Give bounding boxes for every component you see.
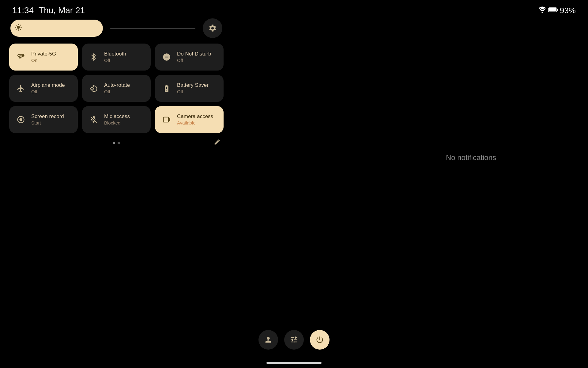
tile-bluetooth[interactable]: Bluetooth Off bbox=[82, 44, 151, 71]
brightness-icon bbox=[15, 24, 22, 33]
tile-bluetooth-status: Off bbox=[104, 57, 126, 63]
tile-dnd-text: Do Not Disturb Off bbox=[177, 51, 211, 63]
tile-auto-rotate-text: Auto-rotate Off bbox=[104, 82, 130, 95]
status-bar-right: 93% bbox=[538, 6, 576, 15]
tile-camera-access-label: Camera access bbox=[177, 113, 213, 120]
tile-private-5g-label: Private-5G bbox=[31, 51, 56, 57]
tile-airplane-label: Airplane mode bbox=[31, 82, 65, 89]
tile-battery-saver-status: Off bbox=[177, 89, 209, 95]
tile-screen-record-status: Start bbox=[31, 120, 64, 126]
tile-screen-record[interactable]: Screen record Start bbox=[9, 106, 78, 133]
page-dot-2 bbox=[118, 142, 120, 144]
status-bar-left: 11:34 Thu, Mar 21 bbox=[12, 6, 85, 15]
qs-tiles-grid: Private-5G On Bluetooth Off bbox=[9, 44, 224, 133]
status-date: Thu, Mar 21 bbox=[39, 6, 85, 15]
tile-camera-access-status: Available bbox=[177, 120, 213, 126]
tile-mic-access-status: Blocked bbox=[104, 120, 130, 126]
mic-off-icon bbox=[88, 114, 99, 125]
tile-airplane-text: Airplane mode Off bbox=[31, 82, 65, 95]
wifi-private-icon bbox=[15, 52, 26, 63]
status-time: 11:34 bbox=[12, 6, 34, 15]
camera-icon bbox=[161, 114, 172, 125]
bottom-nav bbox=[258, 330, 330, 350]
tile-mic-access-text: Mic access Blocked bbox=[104, 113, 130, 126]
dnd-icon bbox=[161, 52, 172, 63]
user-button[interactable] bbox=[258, 330, 278, 350]
tile-screen-record-text: Screen record Start bbox=[31, 113, 64, 126]
edit-button[interactable] bbox=[214, 139, 221, 147]
rotate-icon bbox=[88, 83, 99, 94]
screen-record-icon bbox=[15, 114, 26, 125]
settings-gear-button[interactable] bbox=[203, 18, 222, 38]
page-dot-1 bbox=[113, 142, 115, 144]
power-button[interactable] bbox=[310, 330, 330, 350]
tile-dnd-label: Do Not Disturb bbox=[177, 51, 211, 57]
home-indicator bbox=[266, 362, 322, 364]
sliders-button[interactable] bbox=[284, 330, 304, 350]
tile-private-5g-status: On bbox=[31, 57, 56, 63]
tile-private-5g[interactable]: Private-5G On bbox=[9, 44, 78, 71]
battery-icon bbox=[548, 7, 558, 14]
tile-auto-rotate-label: Auto-rotate bbox=[104, 82, 130, 89]
bluetooth-icon bbox=[88, 52, 99, 63]
tile-bluetooth-label: Bluetooth bbox=[104, 51, 126, 57]
qs-bottom-row bbox=[9, 139, 224, 147]
quick-settings-panel: Private-5G On Bluetooth Off bbox=[9, 18, 224, 147]
battery-saver-icon bbox=[161, 83, 172, 94]
wifi-icon bbox=[538, 6, 546, 14]
tile-auto-rotate-status: Off bbox=[104, 89, 130, 95]
tile-dnd-status: Off bbox=[177, 57, 211, 63]
status-bar: 11:34 Thu, Mar 21 93% bbox=[0, 0, 588, 18]
page-indicators bbox=[113, 142, 120, 144]
tile-private-5g-text: Private-5G On bbox=[31, 51, 56, 63]
brightness-line[interactable] bbox=[110, 28, 195, 29]
battery-percentage: 93% bbox=[560, 6, 576, 15]
tile-battery-saver-text: Battery Saver Off bbox=[177, 82, 209, 95]
tile-auto-rotate[interactable]: Auto-rotate Off bbox=[82, 75, 151, 102]
no-notifications: No notifications bbox=[446, 153, 496, 162]
tile-mic-access-label: Mic access bbox=[104, 113, 130, 120]
tile-camera-access-text: Camera access Available bbox=[177, 113, 213, 126]
tile-bluetooth-text: Bluetooth Off bbox=[104, 51, 126, 63]
svg-rect-2 bbox=[557, 9, 558, 11]
brightness-slider[interactable] bbox=[10, 20, 103, 37]
airplane-icon bbox=[15, 83, 26, 94]
svg-point-0 bbox=[541, 12, 543, 13]
tile-screen-record-label: Screen record bbox=[31, 113, 64, 120]
tile-airplane-mode[interactable]: Airplane mode Off bbox=[9, 75, 78, 102]
tile-do-not-disturb[interactable]: Do Not Disturb Off bbox=[155, 44, 224, 71]
svg-rect-3 bbox=[549, 8, 556, 12]
svg-point-7 bbox=[19, 118, 22, 121]
tile-battery-saver[interactable]: Battery Saver Off bbox=[155, 75, 224, 102]
brightness-row bbox=[9, 18, 224, 38]
tile-airplane-status: Off bbox=[31, 89, 65, 95]
tile-camera-access[interactable]: Camera access Available bbox=[155, 106, 224, 133]
tile-mic-access[interactable]: Mic access Blocked bbox=[82, 106, 151, 133]
tile-battery-saver-label: Battery Saver bbox=[177, 82, 209, 89]
svg-point-4 bbox=[17, 26, 20, 29]
